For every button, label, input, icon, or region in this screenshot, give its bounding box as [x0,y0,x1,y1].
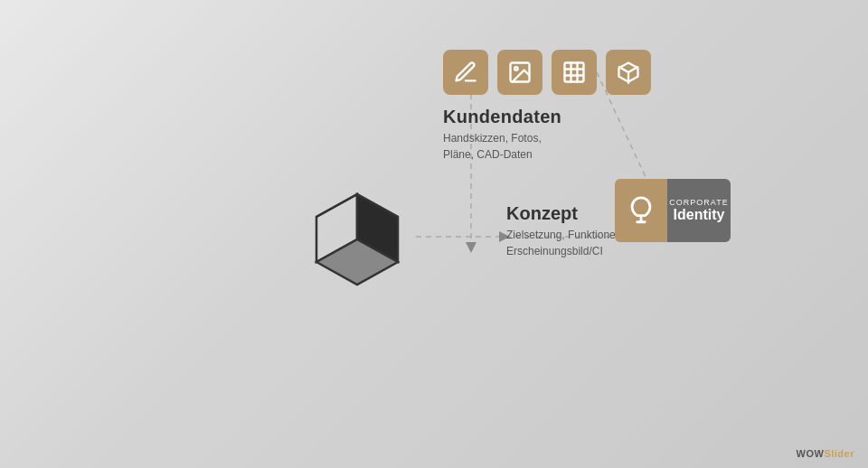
slider-text: Slider [824,448,854,459]
pencil-icon [443,50,488,95]
table-icon [552,50,597,95]
kundendaten-title: Kundendaten [443,107,561,127]
corporate-identity-section: Corporate Identity [615,179,731,242]
kundendaten-section: Kundendaten Handskizzen, Fotos, Pläne, C… [443,107,561,163]
corporate-identity-text-box: Corporate Identity [667,179,731,242]
identity-label: Identity [674,207,725,223]
cube-graphic [298,181,416,302]
connecting-lines [0,0,868,468]
wow-text: WOW [797,448,825,459]
corporate-label: Corporate [669,198,728,207]
konzept-subtitle: Zielsetzung, Funktionen, Erscheinungsbil… [506,227,625,259]
konzept-title: Konzept [506,203,625,224]
icons-row [443,50,651,95]
slide-container: Kundendaten Handskizzen, Fotos, Pläne, C… [0,0,868,468]
svg-line-16 [316,194,357,217]
lightbulb-icon [615,179,667,242]
konzept-section: Konzept Zielsetzung, Funktionen, Erschei… [506,203,625,259]
svg-point-6 [514,67,518,70]
kundendaten-subtitle: Handskizzen, Fotos, Pläne, CAD-Daten [443,130,561,163]
watermark: WOWSlider [797,448,854,459]
svg-rect-7 [565,63,584,82]
box-icon [606,50,651,95]
svg-marker-3 [466,242,476,253]
image-icon [497,50,542,95]
